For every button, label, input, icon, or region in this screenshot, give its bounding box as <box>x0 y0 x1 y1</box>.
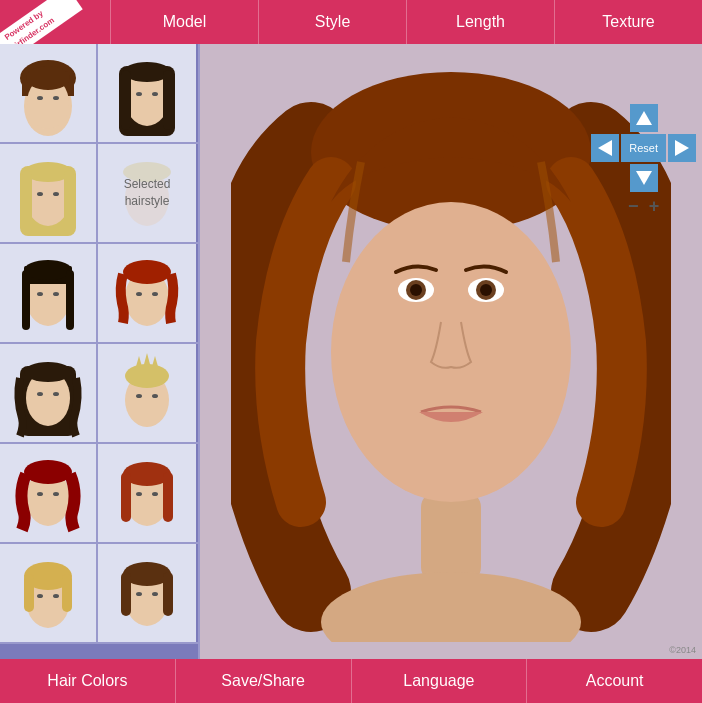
svg-point-29 <box>37 292 43 296</box>
sidebar-row-4 <box>0 344 198 444</box>
svg-point-5 <box>26 66 70 90</box>
bottom-nav-hair-colors[interactable]: Hair Colors <box>0 659 176 703</box>
svg-point-21 <box>53 192 59 196</box>
svg-point-30 <box>53 292 59 296</box>
bottom-nav-account[interactable]: Account <box>527 659 702 703</box>
main-content: Selected hairstyle <box>0 44 702 659</box>
bottom-nav-save-share[interactable]: Save/Share <box>176 659 352 703</box>
svg-point-68 <box>152 592 158 596</box>
svg-point-38 <box>37 392 43 396</box>
move-left-button[interactable] <box>591 134 619 162</box>
svg-rect-28 <box>66 270 74 330</box>
svg-point-13 <box>136 92 142 96</box>
svg-point-37 <box>24 362 72 382</box>
sidebar: Selected hairstyle <box>0 44 200 659</box>
svg-point-62 <box>53 594 59 598</box>
svg-point-20 <box>37 192 43 196</box>
tab-length[interactable]: Length <box>406 0 554 44</box>
top-nav: Powered by hairfinder.com Model Style Le… <box>0 0 702 44</box>
bottom-nav: Hair Colors Save/Share Language Account <box>0 659 702 703</box>
zoom-minus-button[interactable]: − <box>628 196 639 217</box>
svg-rect-11 <box>121 70 131 130</box>
svg-point-56 <box>152 492 158 496</box>
reset-button[interactable]: Reset <box>621 134 666 162</box>
svg-point-32 <box>123 260 171 284</box>
svg-rect-18 <box>22 170 32 235</box>
svg-point-71 <box>321 572 581 642</box>
svg-rect-60 <box>62 574 72 612</box>
svg-point-34 <box>152 292 158 296</box>
svg-point-67 <box>136 592 142 596</box>
logo-area: Powered by hairfinder.com <box>0 0 110 44</box>
style-thumb-2[interactable] <box>98 44 196 142</box>
move-right-button[interactable] <box>668 134 696 162</box>
svg-marker-42 <box>135 356 143 370</box>
sidebar-row-2: Selected hairstyle <box>0 144 198 244</box>
svg-point-61 <box>37 594 43 598</box>
style-thumb-11[interactable] <box>0 544 98 642</box>
svg-point-14 <box>152 92 158 96</box>
svg-rect-27 <box>22 270 30 330</box>
svg-point-49 <box>37 492 43 496</box>
style-thumb-3[interactable] <box>0 144 98 242</box>
watermark: ©2014 <box>669 645 696 655</box>
zoom-plus-button[interactable]: + <box>649 196 660 217</box>
bottom-nav-language[interactable]: Language <box>352 659 528 703</box>
style-thumb-1[interactable] <box>0 44 98 142</box>
style-thumb-9[interactable] <box>0 444 98 542</box>
svg-rect-54 <box>163 472 173 522</box>
svg-rect-59 <box>24 574 34 612</box>
style-thumb-10[interactable] <box>98 444 196 542</box>
style-thumb-7[interactable] <box>0 344 98 442</box>
svg-point-48 <box>24 460 72 484</box>
logo-badge: Powered by hairfinder.com <box>0 0 110 44</box>
svg-rect-12 <box>163 70 173 130</box>
svg-marker-43 <box>143 353 151 368</box>
sidebar-row-3 <box>0 244 198 344</box>
svg-point-75 <box>410 284 422 296</box>
style-thumb-12[interactable] <box>98 544 196 642</box>
svg-point-50 <box>53 492 59 496</box>
style-thumb-4[interactable]: Selected hairstyle <box>98 144 196 242</box>
tab-style[interactable]: Style <box>258 0 406 44</box>
svg-rect-70 <box>421 492 481 582</box>
style-thumb-5[interactable] <box>0 244 98 342</box>
svg-point-26 <box>24 260 72 280</box>
svg-point-45 <box>136 394 142 398</box>
move-up-button[interactable] <box>630 104 658 132</box>
style-thumb-8[interactable] <box>98 344 196 442</box>
svg-rect-65 <box>121 572 131 616</box>
move-down-button[interactable] <box>630 164 658 192</box>
sidebar-row-5 <box>0 444 198 544</box>
preview-area: Reset − + <box>200 44 702 659</box>
svg-point-46 <box>152 394 158 398</box>
svg-point-55 <box>136 492 142 496</box>
tab-model[interactable]: Model <box>110 0 258 44</box>
sidebar-row-6 <box>0 544 198 644</box>
svg-rect-66 <box>163 572 173 616</box>
svg-rect-19 <box>64 170 74 235</box>
svg-point-72 <box>331 202 571 502</box>
svg-point-39 <box>53 392 59 396</box>
nav-controls: Reset − + <box>591 104 696 217</box>
svg-rect-53 <box>121 472 131 522</box>
top-nav-tabs: Model Style Length Texture <box>110 0 702 44</box>
svg-point-6 <box>37 96 43 100</box>
selected-label: Selected hairstyle <box>123 176 172 210</box>
svg-point-7 <box>53 96 59 100</box>
svg-marker-44 <box>151 356 159 370</box>
style-thumb-6[interactable] <box>98 244 196 342</box>
tab-texture[interactable]: Texture <box>554 0 702 44</box>
svg-point-78 <box>480 284 492 296</box>
sidebar-row-1 <box>0 44 198 144</box>
svg-point-33 <box>136 292 142 296</box>
